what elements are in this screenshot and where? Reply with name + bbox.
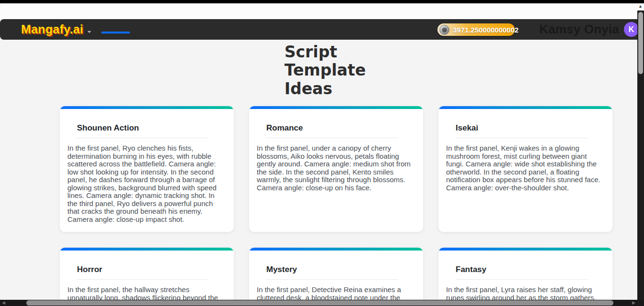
- card-body: In the first panel, Ryo clenches his fis…: [67, 144, 226, 223]
- page-title: Script Template Ideas: [284, 43, 378, 98]
- card-accent-bar: [249, 106, 423, 109]
- app-header-bar: Mangafy.ai ⌄ 3971.250000000002 Kamsy Ony…: [0, 19, 644, 40]
- app-logo: Mangafy.ai: [21, 22, 83, 36]
- card-romance[interactable]: Romance In the first panel, under a cano…: [249, 106, 424, 232]
- card-title: Romance: [266, 123, 415, 133]
- template-cards-grid: Shounen Action In the first panel, Ryo c…: [59, 106, 613, 306]
- card-shounen-action[interactable]: Shounen Action In the first panel, Ryo c…: [59, 106, 234, 232]
- card-body: In the first panel, Kenji wakes in a glo…: [446, 144, 605, 192]
- card-accent-bar: [60, 248, 234, 251]
- card-horror[interactable]: Horror In the first panel, the hallway s…: [59, 247, 234, 306]
- card-accent-bar: [60, 106, 234, 109]
- avatar[interactable]: K: [624, 22, 639, 37]
- user-menu[interactable]: Kamsy Onyia K: [539, 19, 639, 40]
- card-title: Horror: [77, 265, 226, 274]
- card-accent-bar: [438, 248, 612, 251]
- active-nav-underline: [101, 32, 130, 33]
- card-divider: [456, 138, 588, 138]
- card-divider: [266, 279, 398, 280]
- horizontal-scrollbar[interactable]: ◀ ▶: [0, 300, 644, 306]
- scroll-right-arrow-icon[interactable]: ▶: [632, 300, 635, 306]
- card-divider: [77, 279, 209, 280]
- window-white-strip: [0, 3, 644, 19]
- card-divider: [77, 138, 209, 138]
- scroll-up-arrow-icon[interactable]: ▲: [638, 4, 643, 9]
- card-title: Fantasy: [456, 265, 605, 274]
- chevron-down-icon: ⌄: [87, 27, 92, 34]
- card-isekai[interactable]: Isekai In the first panel, Kenji wakes i…: [438, 106, 613, 232]
- credits-value: 3971.250000000002: [453, 26, 519, 34]
- credits-badge[interactable]: 3971.250000000002: [437, 23, 515, 36]
- user-name: Kamsy Onyia: [539, 22, 619, 37]
- card-body: In the first panel, under a canopy of ch…: [257, 144, 415, 192]
- window-top-strip: [0, 0, 644, 3]
- logo-menu[interactable]: Mangafy.ai ⌄: [21, 19, 92, 40]
- card-title: Isekai: [456, 123, 605, 133]
- vertical-scrollbar-thumb[interactable]: [638, 12, 643, 74]
- horizontal-scrollbar-thumb[interactable]: [26, 300, 613, 306]
- card-accent-bar: [438, 106, 612, 109]
- card-mystery[interactable]: Mystery In the first panel, Detective Re…: [249, 247, 424, 306]
- card-divider: [456, 279, 588, 280]
- card-accent-bar: [249, 248, 423, 251]
- card-title: Shounen Action: [77, 123, 226, 133]
- card-title: Mystery: [266, 265, 415, 274]
- card-fantasy[interactable]: Fantasy In the first panel, Lyra raises …: [438, 247, 613, 306]
- vertical-scrollbar[interactable]: [637, 11, 644, 300]
- coin-icon: [439, 25, 449, 35]
- card-divider: [266, 138, 398, 138]
- scroll-left-arrow-icon[interactable]: ◀: [2, 300, 5, 306]
